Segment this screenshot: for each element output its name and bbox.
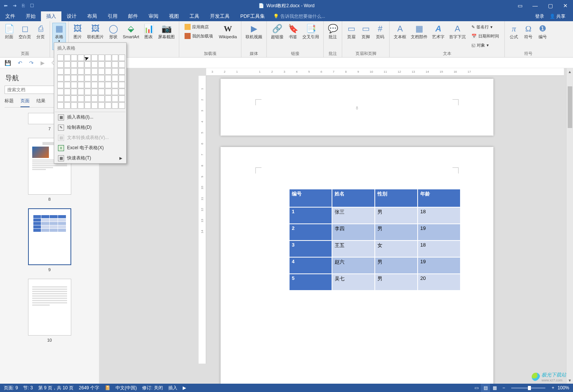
table-grid-cell[interactable]: [78, 82, 84, 88]
table-grid-cell[interactable]: [119, 89, 125, 95]
share-button[interactable]: 👤 共享: [550, 13, 565, 20]
titlebar-icon-4[interactable]: ☐: [30, 3, 34, 8]
table-grid-cell[interactable]: [85, 61, 91, 68]
table-grid-cell[interactable]: [64, 95, 70, 102]
tab-references[interactable]: 引用: [102, 11, 123, 21]
titlebar-nav-forward-icon[interactable]: ➔: [13, 3, 17, 8]
page-number-button[interactable]: #页码: [373, 23, 387, 50]
table-grid-cell[interactable]: [57, 55, 64, 61]
nav-tab-headings[interactable]: 标题: [5, 98, 14, 107]
page-break-button[interactable]: ⎙分页: [34, 23, 47, 50]
signature-button[interactable]: ✎签名行 ▾: [470, 23, 501, 31]
thumb-9[interactable]: 9: [15, 208, 84, 272]
table-grid-cell[interactable]: [105, 68, 111, 75]
chart-button[interactable]: 📊图表: [142, 23, 155, 50]
menu-quick-tables[interactable]: ▦快速表格(T)▶: [54, 153, 126, 163]
td[interactable]: 1: [289, 207, 332, 224]
qat-play[interactable]: ▶: [41, 60, 45, 66]
table-grid-cell[interactable]: [71, 55, 77, 61]
table-grid-cell[interactable]: [91, 75, 98, 81]
table-grid-cell[interactable]: [57, 61, 64, 68]
th-name[interactable]: 姓名: [332, 189, 375, 207]
menu-insert-table[interactable]: ▦插入表格(I)...: [54, 112, 126, 122]
qat-save[interactable]: 💾: [5, 60, 11, 66]
tab-design[interactable]: 设计: [61, 11, 82, 21]
scroll-up[interactable]: ▲: [567, 68, 573, 75]
table-grid-cell[interactable]: [71, 89, 77, 95]
table-grid-cell[interactable]: [91, 82, 98, 88]
zoom-slider[interactable]: [511, 387, 545, 389]
table-grid-cell[interactable]: [91, 68, 98, 75]
vertical-scrollbar[interactable]: ▲ ▼: [566, 68, 573, 384]
table-grid-cell[interactable]: [85, 95, 91, 102]
tab-mailings[interactable]: 邮件: [123, 11, 143, 21]
table-grid-cell[interactable]: [71, 75, 77, 81]
table-grid-cell[interactable]: [64, 82, 70, 88]
table-grid-cell[interactable]: [91, 55, 98, 61]
status-insertmode[interactable]: 插入: [168, 385, 177, 391]
hyperlink-button[interactable]: 🔗超链接: [269, 23, 285, 50]
td[interactable]: 李四: [332, 224, 375, 241]
tab-developer[interactable]: 开发工具: [205, 11, 235, 21]
menu-draw-table[interactable]: ✎绘制表格(D): [54, 122, 126, 133]
table-grid-cell[interactable]: [57, 82, 64, 88]
table-grid-cell[interactable]: [98, 82, 105, 88]
table-grid-cell[interactable]: [105, 75, 111, 81]
tab-pdf[interactable]: PDF工具集: [235, 11, 270, 21]
status-page[interactable]: 页面: 9: [4, 385, 18, 391]
table-grid-cell[interactable]: [91, 95, 98, 102]
tab-layout[interactable]: 布局: [82, 11, 102, 21]
table-grid-cell[interactable]: [112, 102, 118, 109]
table-grid-cell[interactable]: [112, 55, 118, 61]
table-grid-cell[interactable]: [105, 89, 111, 95]
symbol-button[interactable]: Ω符号: [521, 23, 535, 50]
td[interactable]: 19: [418, 224, 460, 241]
table-grid-cell[interactable]: [98, 95, 105, 102]
table-grid-cell[interactable]: [78, 89, 84, 95]
zoom-handle[interactable]: [528, 386, 531, 390]
table-grid-cell[interactable]: [57, 68, 64, 75]
table-grid-cell[interactable]: [85, 82, 91, 88]
table-grid-cell[interactable]: [64, 61, 70, 68]
screenshot-button[interactable]: 📷屏幕截图: [156, 23, 177, 50]
table-grid-cell[interactable]: [64, 102, 70, 109]
status-language[interactable]: 中文(中国): [116, 385, 137, 391]
th-age[interactable]: 年龄: [418, 189, 460, 207]
scroll-thumb[interactable]: [568, 86, 572, 128]
qat-undo[interactable]: ↶: [18, 60, 22, 66]
td[interactable]: 4: [289, 257, 332, 274]
titlebar-nav-back-icon[interactable]: ⬅: [4, 3, 8, 8]
wikipedia-button[interactable]: WWikipedia: [217, 23, 239, 50]
textbox-button[interactable]: A文本框: [392, 23, 408, 50]
table-grid-cell[interactable]: [112, 89, 118, 95]
view-printlayout[interactable]: ▤: [481, 384, 490, 392]
nav-tab-pages[interactable]: 页面: [20, 98, 30, 107]
table-grid-cell[interactable]: [85, 89, 91, 95]
quickparts-button[interactable]: ▦文档部件: [409, 23, 429, 50]
ruler-horizontal[interactable]: 3211234567891011121314151617: [206, 68, 564, 76]
td[interactable]: 男: [375, 274, 418, 290]
table-grid-cell[interactable]: [119, 95, 125, 102]
td[interactable]: 3: [289, 241, 332, 257]
td[interactable]: 男: [375, 207, 418, 224]
table-grid-picker[interactable]: [54, 54, 126, 112]
table-grid-cell[interactable]: [119, 61, 125, 68]
bookmark-button[interactable]: 🔖书签: [286, 23, 300, 50]
td[interactable]: 20: [418, 274, 460, 290]
table-grid-cell[interactable]: [105, 55, 111, 61]
table-grid-cell[interactable]: [112, 61, 118, 68]
table-grid-cell[interactable]: [78, 102, 84, 109]
menu-excel-spreadsheet[interactable]: xExcel 电子表格(X): [54, 143, 126, 153]
zoom-out[interactable]: −: [499, 384, 508, 392]
table-grid-cell[interactable]: [78, 95, 84, 102]
header-button[interactable]: ▭页眉: [344, 23, 358, 50]
table-grid-cell[interactable]: [71, 95, 77, 102]
footer-button[interactable]: ▭页脚: [359, 23, 373, 50]
th-gender[interactable]: 性别: [375, 189, 418, 207]
tab-insert[interactable]: 插入: [41, 11, 61, 21]
td[interactable]: 吴七: [332, 274, 375, 290]
td[interactable]: 女: [375, 241, 418, 257]
table-grid-cell[interactable]: [105, 82, 111, 88]
table-grid-cell[interactable]: [112, 75, 118, 81]
td[interactable]: 赵六: [332, 257, 375, 274]
